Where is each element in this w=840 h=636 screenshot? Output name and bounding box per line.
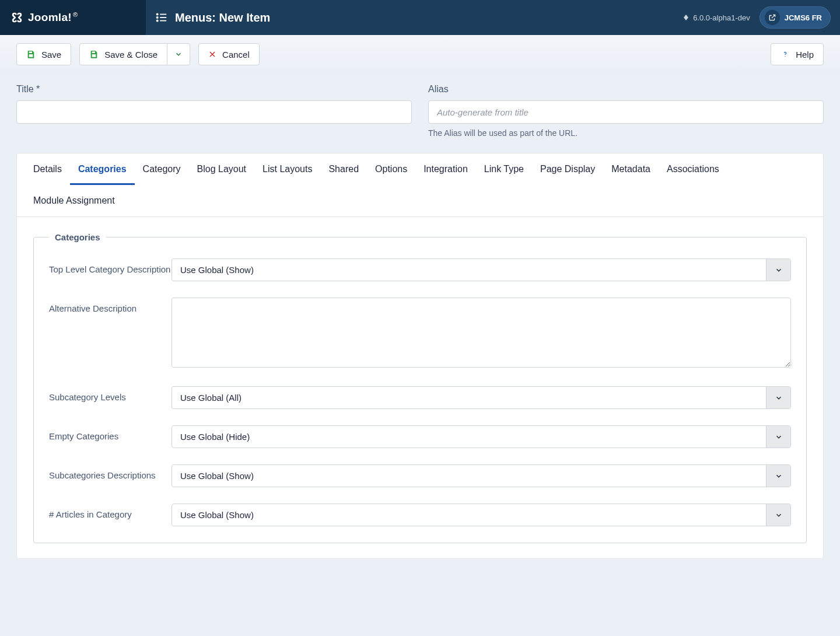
tab-shared[interactable]: Shared <box>320 153 367 185</box>
tabs: DetailsCategoriesCategoryBlog LayoutList… <box>17 153 823 217</box>
svg-point-2 <box>157 17 158 18</box>
page-title-block: Menus: New Item <box>146 0 673 35</box>
param-control: Use Global (Show) <box>172 258 791 281</box>
param-label: Alternative Description <box>49 298 172 313</box>
page-title: Menus: New Item <box>175 11 270 25</box>
select-value: Use Global (Show) <box>172 504 766 526</box>
fieldset-legend: Categories <box>49 232 106 242</box>
title-field-group: Title * <box>16 84 412 138</box>
external-link-icon <box>765 10 780 25</box>
chevron-down-icon <box>766 259 790 281</box>
param-control: Use Global (All) <box>172 386 791 409</box>
param-row: Empty CategoriesUse Global (Hide) <box>49 425 791 448</box>
alias-label: Alias <box>428 84 824 95</box>
svg-point-9 <box>785 56 785 57</box>
save-close-button[interactable]: Save & Close <box>79 43 167 65</box>
title-alias-row: Title * Alias The Alias will be used as … <box>16 84 824 138</box>
select-input[interactable]: Use Global (Show) <box>172 258 791 281</box>
tab-associations[interactable]: Associations <box>659 153 727 185</box>
help-button[interactable]: Help <box>771 43 824 65</box>
categories-fieldset: Categories Top Level Category Descriptio… <box>33 232 807 543</box>
version-info[interactable]: 6.0.0-alpha1-dev <box>682 13 750 22</box>
select-value: Use Global (Hide) <box>172 426 766 448</box>
tab-category[interactable]: Category <box>135 153 189 185</box>
tab-module-assignment[interactable]: Module Assignment <box>25 185 123 216</box>
title-input[interactable] <box>16 100 412 124</box>
param-row: Top Level Category DescriptionUse Global… <box>49 258 791 281</box>
svg-point-0 <box>157 13 158 15</box>
svg-point-4 <box>157 20 158 21</box>
save-close-group: Save & Close <box>79 43 190 65</box>
tab-link-type[interactable]: Link Type <box>476 153 532 185</box>
save-close-label: Save & Close <box>104 50 158 60</box>
param-control: Use Global (Show) <box>172 464 791 487</box>
alias-input[interactable] <box>428 100 824 124</box>
param-label: Top Level Category Description <box>49 258 172 274</box>
param-label: Subcategory Levels <box>49 386 172 402</box>
select-value: Use Global (All) <box>172 387 766 408</box>
chevron-down-icon <box>766 465 790 487</box>
alias-field-group: Alias The Alias will be used as part of … <box>428 84 824 138</box>
param-label: Subcategories Descriptions <box>49 464 172 480</box>
param-label: Empty Categories <box>49 425 172 441</box>
toolbar: Save Save & Close Cancel He <box>0 35 840 74</box>
textarea-input[interactable] <box>172 298 791 368</box>
help-label: Help <box>796 50 814 60</box>
tab-options[interactable]: Options <box>367 153 415 185</box>
list-icon <box>155 11 168 24</box>
joomla-logo-icon <box>10 11 23 24</box>
param-control: Use Global (Hide) <box>172 425 791 448</box>
param-control: Use Global (Show) <box>172 504 791 526</box>
select-input[interactable]: Use Global (Show) <box>172 504 791 526</box>
tab-panel-categories: Categories Top Level Category Descriptio… <box>17 217 823 558</box>
select-input[interactable]: Use Global (All) <box>172 386 791 409</box>
param-row: Subcategory LevelsUse Global (All) <box>49 386 791 409</box>
tab-details[interactable]: Details <box>25 153 70 185</box>
close-icon <box>208 50 216 58</box>
select-input[interactable]: Use Global (Show) <box>172 464 791 487</box>
select-input[interactable]: Use Global (Hide) <box>172 425 791 448</box>
alias-help-text: The Alias will be used as part of the UR… <box>428 128 824 138</box>
save-icon <box>89 50 99 59</box>
brand-block[interactable]: Joomla!® <box>0 0 146 35</box>
param-control <box>172 298 791 370</box>
tab-categories[interactable]: Categories <box>70 153 135 185</box>
main-area: Title * Alias The Alias will be used as … <box>0 74 840 582</box>
version-text: 6.0.0-alpha1-dev <box>693 13 750 22</box>
chevron-down-icon <box>766 426 790 448</box>
save-button[interactable]: Save <box>16 43 71 65</box>
param-row: # Articles in CategoryUse Global (Show) <box>49 504 791 526</box>
title-label: Title * <box>16 84 412 95</box>
tab-blog-layout[interactable]: Blog Layout <box>189 153 255 185</box>
header-right: 6.0.0-alpha1-dev JCMS6 FR <box>673 0 840 35</box>
tabs-card: DetailsCategoriesCategoryBlog LayoutList… <box>16 153 824 559</box>
param-row: Subcategories DescriptionsUse Global (Sh… <box>49 464 791 487</box>
tab-page-display[interactable]: Page Display <box>532 153 603 185</box>
chevron-down-icon <box>174 50 183 58</box>
tab-metadata[interactable]: Metadata <box>603 153 659 185</box>
tab-integration[interactable]: Integration <box>415 153 476 185</box>
cancel-button[interactable]: Cancel <box>198 43 260 65</box>
user-label: JCMS6 FR <box>785 13 822 22</box>
brand-text: Joomla!® <box>28 11 78 24</box>
save-close-dropdown-toggle[interactable] <box>167 43 190 65</box>
select-value: Use Global (Show) <box>172 465 766 487</box>
tab-list-layouts[interactable]: List Layouts <box>254 153 320 185</box>
cancel-label: Cancel <box>222 50 250 60</box>
joomla-small-icon <box>682 14 690 21</box>
help-icon <box>780 50 790 59</box>
param-label: # Articles in Category <box>49 504 172 519</box>
save-label: Save <box>41 50 61 60</box>
top-header: Joomla!® Menus: New Item 6.0.0-alpha1-de… <box>0 0 840 35</box>
select-value: Use Global (Show) <box>172 259 766 281</box>
save-icon <box>26 50 36 59</box>
chevron-down-icon <box>766 504 790 526</box>
chevron-down-icon <box>766 387 790 408</box>
param-row: Alternative Description <box>49 298 791 370</box>
user-menu[interactable]: JCMS6 FR <box>760 6 831 29</box>
